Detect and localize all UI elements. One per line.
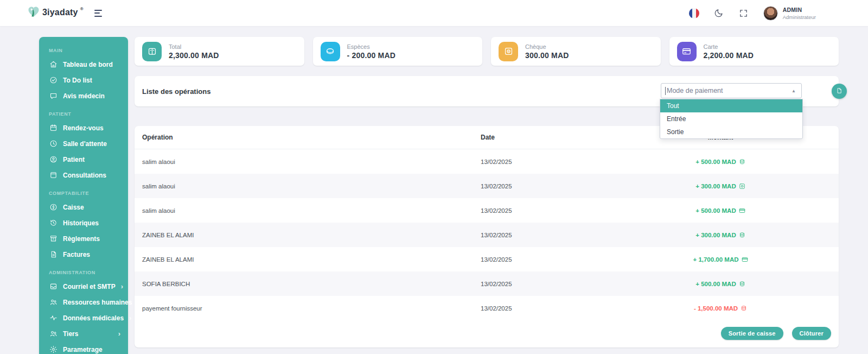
sidebar-item-label: Consultations xyxy=(63,172,120,179)
export-report-button[interactable] xyxy=(832,84,847,99)
wallet-icon xyxy=(142,42,162,61)
sidebar-item-label: Patient xyxy=(63,156,120,163)
sidebar-item-donnees-medicales[interactable]: Données médicales › xyxy=(39,310,128,326)
dark-mode-moon-icon[interactable] xyxy=(713,8,724,18)
app-window: 3iyadaty ® ADMIN xyxy=(0,0,868,354)
amount-cell: + 500.00 MAD xyxy=(695,159,745,165)
amount-cell: + 500.00 MAD xyxy=(695,207,745,214)
table-row: salim alaoui 13/02/2025 + 500.00 MAD xyxy=(135,198,839,223)
sidebar-item-caisse[interactable]: Caisse xyxy=(39,199,128,215)
sortie-de-caisse-button[interactable]: Sortie de caisse xyxy=(721,327,783,340)
date-cell: 13/02/2025 xyxy=(481,232,602,238)
stat-value: 2,200.00 MAD xyxy=(704,51,754,60)
user-role: Administrateur xyxy=(783,14,816,20)
stat-card-carte: Carte 2,200.00 MAD xyxy=(669,37,839,66)
sidebar-item-label: Factures xyxy=(63,251,120,258)
sidebar-item-consultations[interactable]: Consultations xyxy=(39,167,128,183)
sidebar-item-label: Salle d'attente xyxy=(63,140,120,148)
sidebar-item-todo-list[interactable]: To Do list xyxy=(39,72,128,88)
archive-icon xyxy=(49,235,58,243)
card-icon xyxy=(742,256,748,263)
user-avatar xyxy=(763,6,778,21)
dropdown-option-entree[interactable]: Entrée xyxy=(660,112,802,125)
cash-icon xyxy=(739,232,745,238)
sidebar-item-label: To Do list xyxy=(63,77,120,84)
operations-title: Liste des opérations xyxy=(142,87,210,96)
text-cursor xyxy=(665,87,666,95)
hamburger-menu-icon[interactable] xyxy=(93,9,103,18)
sidebar-section-main: MAIN xyxy=(39,40,128,56)
table-footer-actions: Sortie de caisse Clôturer xyxy=(721,327,831,340)
sidebar-item-factures[interactable]: Factures xyxy=(39,246,128,262)
table-row: ZAINEB EL ALAMI 13/02/2025 + 300.00 MAD xyxy=(135,223,839,247)
operations-table-card: Opération Date Montant salim alaoui 13/0… xyxy=(135,126,839,347)
amount-cell: + 300.00 MAD xyxy=(695,232,745,238)
operation-cell: ZAINEB EL ALAMI xyxy=(135,232,481,238)
sidebar-item-salle-attente[interactable]: Salle d'attente xyxy=(39,136,128,151)
amount-cell: + 1,700.00 MAD xyxy=(693,256,748,263)
operation-cell: salim alaoui xyxy=(135,183,481,189)
table-row: ZAINEB EL ALAMI 13/02/2025 + 1,700.00 MA… xyxy=(135,247,839,271)
dropdown-option-tout[interactable]: Tout xyxy=(660,99,802,112)
brand-logo[interactable]: 3iyadaty ® xyxy=(27,5,84,21)
operation-cell: salim alaoui xyxy=(135,159,481,165)
amount-cell: - 1,500.00 MAD xyxy=(694,305,747,312)
user-name: ADMIN xyxy=(783,7,816,13)
cloturer-button[interactable]: Clôturer xyxy=(792,327,831,340)
sidebar-item-label: Caisse xyxy=(63,204,120,211)
calendar-icon xyxy=(49,124,58,132)
sidebar-item-label: Parametrage xyxy=(63,346,120,353)
coin-icon xyxy=(321,42,340,61)
user-circle-icon xyxy=(49,155,58,164)
sidebar-item-label: Règlements xyxy=(63,235,120,243)
check-circle-icon xyxy=(49,76,58,85)
date-cell: 13/02/2025 xyxy=(481,207,602,214)
chevron-right-icon: › xyxy=(118,330,120,337)
sidebar-item-courriel-smtp[interactable]: Courriel et SMTP › xyxy=(39,279,128,294)
activity-icon xyxy=(49,314,58,323)
fullscreen-icon[interactable] xyxy=(738,8,749,18)
sidebar-item-patient[interactable]: Patient xyxy=(39,151,128,167)
inbox-icon xyxy=(49,282,58,291)
operation-cell: ZAINEB EL ALAMI xyxy=(135,256,481,263)
brand-logo-icon xyxy=(27,5,40,21)
sidebar-item-ressources-humaines[interactable]: Ressources humaines › xyxy=(39,294,128,310)
table-row: salim alaoui 13/02/2025 + 500.00 MAD xyxy=(135,149,839,174)
operation-cell: SOFIA BERBICH xyxy=(135,281,481,287)
cash-icon xyxy=(739,159,745,165)
chevron-right-icon: › xyxy=(121,283,123,290)
sidebar-item-tableau-de-bord[interactable]: Tableau de bord xyxy=(39,56,128,72)
sidebar-item-parametrage[interactable]: Parametrage xyxy=(39,342,128,354)
stat-card-cheque: Chèque 300.00 MAD xyxy=(491,37,661,66)
stat-label: Carte xyxy=(704,43,754,50)
sidebar-item-historiques[interactable]: Historiques xyxy=(39,215,128,231)
sidebar-item-tiers[interactable]: Tiers › xyxy=(39,326,128,342)
top-header: 3iyadaty ® ADMIN xyxy=(0,0,868,26)
file-icon xyxy=(49,250,58,259)
sidebar-item-label: Tiers xyxy=(63,330,113,338)
stat-card-total: Total 2,300.00 MAD xyxy=(135,37,304,66)
home-icon xyxy=(49,60,58,69)
payment-mode-select[interactable]: Mode de paiement ▲ xyxy=(661,83,802,98)
file-export-icon xyxy=(836,86,843,96)
table-row: SOFIA BERBICH 13/02/2025 + 500.00 MAD xyxy=(135,271,839,296)
dropdown-option-sortie[interactable]: Sortie xyxy=(660,125,802,138)
sidebar-item-rendez-vous[interactable]: Rendez-vous xyxy=(39,120,128,136)
column-header-date: Date xyxy=(481,134,602,141)
date-cell: 13/02/2025 xyxy=(481,281,602,287)
chevron-right-icon: › xyxy=(129,314,131,321)
language-flag-icon[interactable] xyxy=(689,8,699,18)
stat-label: Espèces xyxy=(347,43,396,50)
date-cell: 13/02/2025 xyxy=(481,256,602,263)
sidebar-item-label: Courriel et SMTP xyxy=(63,283,116,290)
users-icon xyxy=(49,330,58,338)
user-profile-menu[interactable]: ADMIN Administrateur xyxy=(763,6,816,21)
sidebar-section-comptabilite: COMPTABILITE xyxy=(39,183,128,199)
sidebar-section-patient: PATIENT xyxy=(39,104,128,120)
sidebar-item-reglements[interactable]: Règlements xyxy=(39,231,128,246)
chat-icon xyxy=(49,92,58,100)
sidebar-item-avis-medecin[interactable]: Avis médecin xyxy=(39,88,128,104)
brand-name: 3iyadaty xyxy=(42,5,78,20)
brand-registered-mark: ® xyxy=(80,7,84,11)
payment-mode-placeholder: Mode de paiement xyxy=(667,87,792,94)
